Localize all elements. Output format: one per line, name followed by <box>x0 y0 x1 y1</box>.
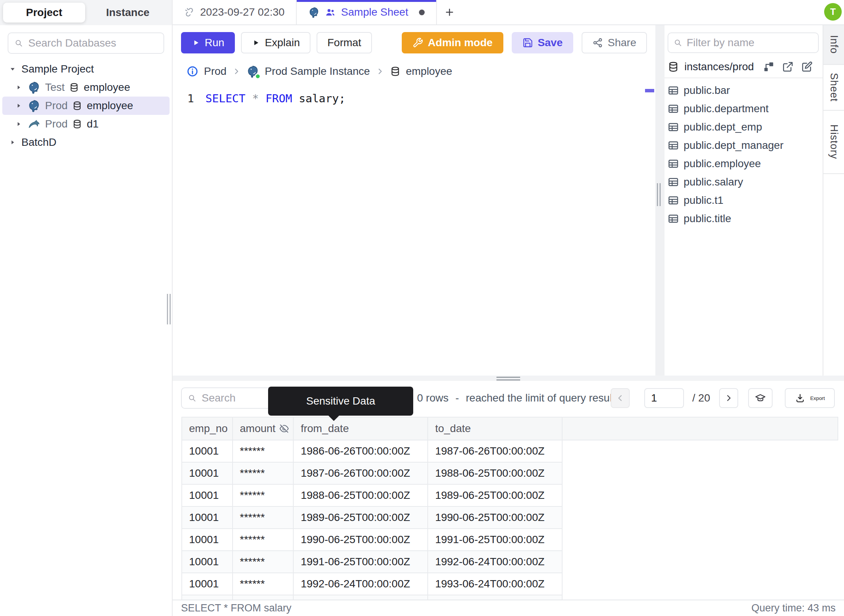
cell: 1991-06-25T00:00:00Z <box>293 551 428 573</box>
run-button[interactable]: Run <box>181 32 235 53</box>
caret-down-icon <box>8 65 17 73</box>
external-link-icon[interactable] <box>782 61 794 73</box>
tab-instance[interactable]: Instance <box>87 3 169 23</box>
cell-filler <box>562 506 838 529</box>
wrench-icon <box>412 37 423 48</box>
edit-icon[interactable] <box>801 61 813 73</box>
tab-sheet[interactable]: Sheet <box>823 65 844 111</box>
tab-info[interactable]: Info <box>823 25 844 65</box>
table-icon <box>668 140 679 151</box>
database-icon <box>390 66 401 77</box>
table-name: public.dept_emp <box>684 121 762 133</box>
cell: 1987-06-26T00:00:00Z <box>428 440 562 462</box>
search-databases-input[interactable] <box>28 37 157 49</box>
database-actions <box>763 61 813 73</box>
table-row[interactable]: 10001******1992-06-24T00:00:00Z1993-06-2… <box>182 573 838 595</box>
sql-editor[interactable]: 1SELECT * FROM salary; <box>173 83 655 376</box>
admin-mode-button[interactable]: Admin mode <box>402 32 503 53</box>
sql-text: salary; <box>292 90 346 107</box>
new-tab-button[interactable] <box>437 0 462 24</box>
eye-off-icon[interactable] <box>279 424 289 434</box>
cell: ****** <box>233 529 293 551</box>
cell: ****** <box>233 551 293 573</box>
page-number-input[interactable] <box>644 388 684 408</box>
toolbar-right-group: Admin mode Save Share <box>402 32 647 53</box>
breadcrumb-database[interactable]: employee <box>406 65 452 77</box>
table-filter-box[interactable] <box>668 32 819 53</box>
worksheet-tab-unsaved[interactable]: 2023-09-27 02:30 <box>173 0 297 24</box>
schema-diagram-icon[interactable] <box>763 61 774 73</box>
results-resize-handle[interactable] <box>496 377 520 382</box>
right-vertical-tabs: Info Sheet History <box>823 25 844 377</box>
tree-item-prod-employee[interactable]: Prodemployee <box>2 97 170 115</box>
table-row[interactable]: 10001******1990-06-25T00:00:00Z1991-06-2… <box>182 529 838 551</box>
sql-keyword: SELECT <box>205 90 246 107</box>
cell: 1992-06-24T00:00:00Z <box>293 573 428 595</box>
breadcrumb-environment[interactable]: Prod <box>204 65 226 77</box>
cell-filler <box>562 529 838 551</box>
table-row[interactable]: 10001******1989-06-25T00:00:00Z1990-06-2… <box>182 506 838 529</box>
next-page-button[interactable] <box>719 388 738 408</box>
filter-by-name-input[interactable] <box>687 37 813 49</box>
tab-history[interactable]: History <box>823 111 844 174</box>
table-row[interactable]: 10001******1991-06-25T00:00:00Z1992-06-2… <box>182 551 838 573</box>
play-icon <box>252 39 260 47</box>
chevron-right-icon <box>724 393 734 403</box>
cell: ****** <box>233 484 293 506</box>
database-icon <box>72 101 82 111</box>
table-row[interactable]: 10001******1988-06-25T00:00:00Z1989-06-2… <box>182 484 838 506</box>
table-list-item-public-salary[interactable]: public.salary <box>665 173 823 191</box>
header-row: emp_noamountfrom_dateto_date <box>182 417 838 440</box>
cell: 1989-06-25T00:00:00Z <box>293 506 428 529</box>
tree-item-sample-project[interactable]: Sample Project <box>2 60 170 78</box>
tree-item-prod-d1[interactable]: Prodd1 <box>2 115 170 133</box>
share-button[interactable]: Share <box>582 32 647 53</box>
avatar[interactable]: T <box>824 3 842 21</box>
results-divider <box>173 376 844 381</box>
query-time: Query time: 43 ms <box>751 602 836 614</box>
table-list-item-public-dept_emp[interactable]: public.dept_emp <box>665 118 823 136</box>
table-name: public.title <box>684 213 731 225</box>
table-list-item-public-title[interactable]: public.title <box>665 210 823 228</box>
table-row[interactable]: 10001******1987-06-26T00:00:00Z1988-06-2… <box>182 462 838 484</box>
save-icon <box>522 37 533 48</box>
explain-button[interactable]: Explain <box>241 32 310 53</box>
save-button[interactable]: Save <box>512 32 573 53</box>
column-header-amount[interactable]: amount <box>233 417 293 440</box>
worksheet-tab-sample-sheet[interactable]: Sample Sheet <box>297 0 437 24</box>
table-name: public.t1 <box>684 194 723 206</box>
table-list-item-public-bar[interactable]: public.bar <box>665 81 823 100</box>
editor-toolbar: Run Explain Format Admin mode Save Share <box>173 26 655 60</box>
separator: - <box>455 392 459 404</box>
column-header-emp_no[interactable]: emp_no <box>182 417 233 440</box>
table-list-item-public-t1[interactable]: public.t1 <box>665 191 823 210</box>
table-list-item-public-employee[interactable]: public.employee <box>665 155 823 173</box>
database-search-box[interactable] <box>8 32 164 54</box>
masking-info-button[interactable] <box>748 388 773 408</box>
tree-item-test-employee[interactable]: Testemployee <box>2 78 170 97</box>
project-tree: Sample ProjectTestemployeeProdemployeePr… <box>0 60 172 152</box>
format-button[interactable]: Format <box>317 32 372 53</box>
table-icon <box>668 158 679 169</box>
executed-query: SELECT * FROM salary <box>181 602 291 614</box>
info-icon[interactable] <box>186 65 199 77</box>
breadcrumb-instance[interactable]: Prod Sample Instance <box>265 65 370 77</box>
table-list-item-public-dept_manager[interactable]: public.dept_manager <box>665 136 823 155</box>
right-panel-resize-handle[interactable] <box>657 183 661 206</box>
table-list: public.barpublic.departmentpublic.dept_e… <box>665 81 823 228</box>
export-button[interactable]: Export <box>785 388 835 408</box>
sql-keyword: FROM <box>265 90 292 107</box>
column-header-filler <box>562 417 838 440</box>
table-list-item-public-department[interactable]: public.department <box>665 100 823 118</box>
cell: 1991-06-25T00:00:00Z <box>428 529 562 551</box>
line-number: 1 <box>173 90 205 107</box>
column-header-to_date[interactable]: to_date <box>428 417 562 440</box>
prev-page-button[interactable] <box>611 388 630 408</box>
sensitive-data-tooltip: Sensitive Data <box>268 387 413 416</box>
left-panel-resize-handle[interactable] <box>167 294 171 324</box>
cell: 10001 <box>182 529 233 551</box>
column-header-from_date[interactable]: from_date <box>293 417 428 440</box>
tree-item-batchd[interactable]: BatchD <box>2 133 170 152</box>
table-row[interactable]: 10001******1986-06-26T00:00:00Z1987-06-2… <box>182 440 838 462</box>
tab-project[interactable]: Project <box>3 3 85 23</box>
